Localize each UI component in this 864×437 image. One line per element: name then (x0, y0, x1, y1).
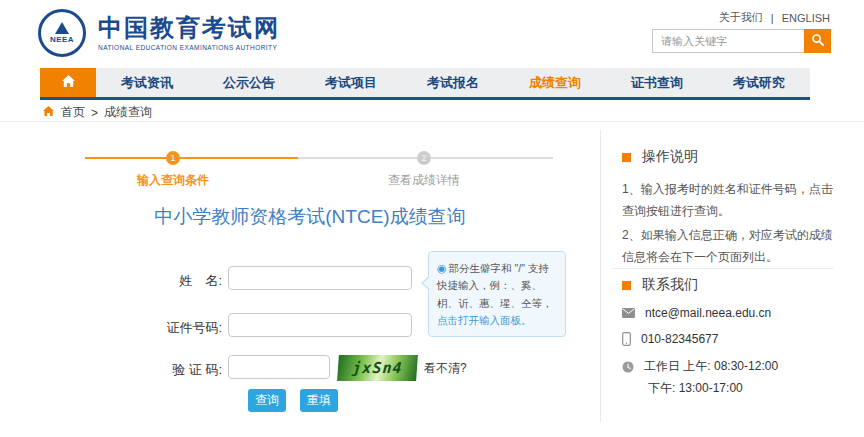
nav-item-score-query[interactable]: 成绩查询 (504, 68, 606, 97)
nav-item-announcements[interactable]: 公示公告 (198, 68, 300, 97)
step-progress-line (85, 157, 298, 159)
nav-item-exam-programs[interactable]: 考试项目 (300, 68, 402, 97)
nav-home-button[interactable] (40, 68, 96, 97)
breadcrumb-separator: > (91, 106, 98, 120)
contact-hours-line1: 工作日 上午: 08:30-12:00 (644, 358, 778, 375)
envelope-icon (622, 308, 635, 318)
orange-square-bullet-icon (622, 153, 631, 162)
nav-item-exam-research[interactable]: 考试研究 (708, 68, 810, 97)
breadcrumb-divider (0, 121, 864, 122)
query-button[interactable]: 查询 (248, 389, 286, 412)
search-icon (811, 33, 825, 50)
orange-square-bullet-icon (622, 281, 631, 290)
instructions-section-title: 操作说明 (622, 148, 698, 166)
captcha-input[interactable] (228, 355, 330, 379)
instructions-title-text: 操作说明 (642, 148, 698, 166)
captcha-label: 验 证 码: (120, 361, 222, 379)
search-input[interactable] (652, 29, 804, 53)
english-link[interactable]: ENGLISH (782, 12, 830, 24)
about-us-link[interactable]: 关于我们 (719, 10, 763, 25)
nav-item-certificate-query[interactable]: 证书查询 (606, 68, 708, 97)
site-subtitle: NATIONAL EDUCATION EXAMINATIONS AUTHORIT… (98, 44, 280, 51)
site-title-block: 中国教育考试网 NATIONAL EDUCATION EXAMINATIONS … (98, 15, 280, 50)
breadcrumb-home-link[interactable]: 首页 (61, 104, 85, 121)
header-links: 关于我们 | ENGLISH (719, 10, 830, 25)
contact-hours-row: 工作日 上午: 08:30-12:00 (622, 358, 778, 375)
contact-title-text: 联系我们 (642, 276, 698, 294)
sidebar-divider (600, 130, 601, 422)
instruction-item-1: 1、输入报考时的姓名和证件号码，点击查询按钮进行查询。 (622, 178, 840, 222)
search-button[interactable] (804, 29, 831, 53)
rare-character-tooltip: ◉部分生僻字和 "/" 支持快捷输入，例：、奚、枂、䜣、惠、瑆、仝等，点击打开输… (428, 251, 566, 337)
instruction-item-2: 2、如果输入信息正确，对应考试的成绩信息将会在下一个页面列出。 (622, 224, 840, 268)
emblem-triangle (55, 22, 69, 34)
tooltip-text: 部分生僻字和 "/" 支持快捷输入，例：、奚、枂、䜣、惠、瑆、仝等， (437, 262, 553, 309)
id-number-input[interactable] (228, 313, 412, 337)
step-1-label: 输入查询条件 (113, 172, 233, 189)
home-icon (61, 74, 76, 92)
nav-item-exam-registration[interactable]: 考试报名 (402, 68, 504, 97)
breadcrumb-current: 成绩查询 (104, 104, 152, 121)
step-1-circle: 1 (166, 151, 180, 165)
main-nav: 考试资讯 公示公告 考试项目 考试报名 成绩查询 证书查询 考试研究 (40, 68, 810, 100)
name-label: 姓 名: (120, 272, 222, 290)
contact-email-row: ntce@mail.neea.edu.cn (622, 306, 771, 320)
open-input-panel-link[interactable]: 点击打开输入面板。 (437, 314, 532, 326)
captcha-refresh-link[interactable]: 看不清? (424, 360, 467, 377)
page-title: 中小学教师资格考试(NTCE)成绩查询 (30, 204, 590, 230)
mobile-phone-icon (622, 332, 631, 346)
reset-button[interactable]: 重填 (300, 389, 338, 412)
site-logo[interactable]: NEEA 中国教育考试网 NATIONAL EDUCATION EXAMINAT… (38, 9, 280, 57)
contact-section-title: 联系我们 (622, 276, 698, 294)
breadcrumb-home-icon (42, 105, 55, 120)
contact-hours-line2: 下午: 13:00-17:00 (648, 380, 743, 397)
name-input[interactable] (228, 266, 412, 290)
contact-email: ntce@mail.neea.edu.cn (645, 306, 771, 320)
step-indicator: 1 2 输入查询条件 查看成绩详情 (85, 151, 553, 191)
site-name: 中国教育考试网 (98, 15, 280, 41)
captcha-image[interactable]: jxSn4 (337, 355, 418, 381)
step-2-label: 查看成绩详情 (364, 172, 484, 189)
contact-phone-row: 010-82345677 (622, 332, 718, 346)
step-2-circle: 2 (417, 151, 431, 165)
links-divider: | (771, 12, 774, 24)
search-box (652, 29, 831, 53)
clock-icon (622, 361, 634, 373)
nav-item-exam-news[interactable]: 考试资讯 (96, 68, 198, 97)
contact-phone: 010-82345677 (641, 332, 718, 346)
breadcrumb: 首页 > 成绩查询 (42, 104, 152, 121)
emblem-acronym: NEEA (50, 35, 74, 44)
sidebar-section-divider (612, 268, 834, 269)
radio-dot-icon: ◉ (437, 262, 447, 274)
neea-emblem-icon: NEEA (38, 9, 86, 57)
id-number-label: 证件号码: (120, 319, 222, 337)
